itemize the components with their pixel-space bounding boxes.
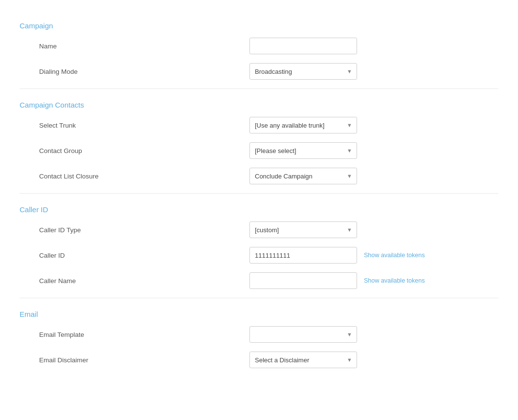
dialing-mode-select-wrapper: Broadcasting ▼: [249, 63, 357, 80]
name-input[interactable]: [249, 38, 357, 54]
campaign-contacts-section-title: Campaign Contacts: [20, 101, 498, 109]
divider-1: [20, 88, 498, 89]
email-section: Email Email Template ▼ Email Disclaimer …: [20, 310, 498, 368]
name-row: Name: [20, 38, 498, 54]
contact-list-closure-select[interactable]: Conclude Campaign: [249, 168, 357, 184]
caller-id-section-title: Caller ID: [20, 205, 498, 214]
campaign-section-title: Campaign: [20, 22, 498, 30]
caller-id-type-label: Caller ID Type: [39, 226, 249, 234]
email-template-label: Email Template: [39, 331, 249, 338]
caller-id-type-select-wrapper: [custom] ▼: [249, 221, 357, 238]
select-trunk-select-wrapper: [Use any available trunk] ▼: [249, 117, 357, 133]
show-tokens-link-1[interactable]: Show available tokens: [364, 252, 425, 259]
caller-id-section: Caller ID Caller ID Type [custom] ▼ Call…: [20, 205, 498, 289]
contact-list-closure-label: Contact List Closure: [39, 173, 249, 180]
caller-id-type-select[interactable]: [custom]: [249, 221, 357, 238]
email-section-title: Email: [20, 310, 498, 318]
caller-id-row: Caller ID Show available tokens: [20, 247, 498, 264]
email-disclaimer-label: Email Disclaimer: [39, 356, 249, 364]
caller-id-input[interactable]: [249, 247, 357, 264]
email-template-select[interactable]: [249, 326, 357, 343]
select-trunk-label: Select Trunk: [39, 122, 249, 129]
caller-name-row: Caller Name Show available tokens: [20, 272, 498, 289]
name-label: Name: [39, 43, 249, 50]
select-trunk-select[interactable]: [Use any available trunk]: [249, 117, 357, 133]
campaign-section: Campaign Name Dialing Mode Broadcasting …: [20, 22, 498, 80]
caller-name-input[interactable]: [249, 272, 357, 289]
contact-group-label: Contact Group: [39, 147, 249, 155]
contact-list-closure-select-wrapper: Conclude Campaign ▼: [249, 168, 357, 184]
email-template-row: Email Template ▼: [20, 326, 498, 343]
contact-group-row: Contact Group [Please select] ▼: [20, 142, 498, 159]
select-trunk-row: Select Trunk [Use any available trunk] ▼: [20, 117, 498, 133]
dialing-mode-select[interactable]: Broadcasting: [249, 63, 357, 80]
contact-list-closure-row: Contact List Closure Conclude Campaign ▼: [20, 168, 498, 184]
email-disclaimer-select[interactable]: Select a Disclaimer: [249, 352, 357, 368]
divider-2: [20, 193, 498, 194]
caller-id-type-row: Caller ID Type [custom] ▼: [20, 221, 498, 238]
page-container: Campaign Name Dialing Mode Broadcasting …: [0, 0, 518, 420]
dialing-mode-row: Dialing Mode Broadcasting ▼: [20, 63, 498, 80]
divider-3: [20, 298, 498, 298]
email-disclaimer-select-wrapper: Select a Disclaimer ▼: [249, 352, 357, 368]
caller-name-label: Caller Name: [39, 277, 249, 285]
contact-group-select[interactable]: [Please select]: [249, 142, 357, 159]
contact-group-select-wrapper: [Please select] ▼: [249, 142, 357, 159]
show-tokens-link-2[interactable]: Show available tokens: [364, 277, 425, 284]
dialing-mode-label: Dialing Mode: [39, 68, 249, 75]
email-disclaimer-row: Email Disclaimer Select a Disclaimer ▼: [20, 352, 498, 368]
campaign-contacts-section: Campaign Contacts Select Trunk [Use any …: [20, 101, 498, 184]
caller-id-label: Caller ID: [39, 252, 249, 259]
email-template-select-wrapper: ▼: [249, 326, 357, 343]
